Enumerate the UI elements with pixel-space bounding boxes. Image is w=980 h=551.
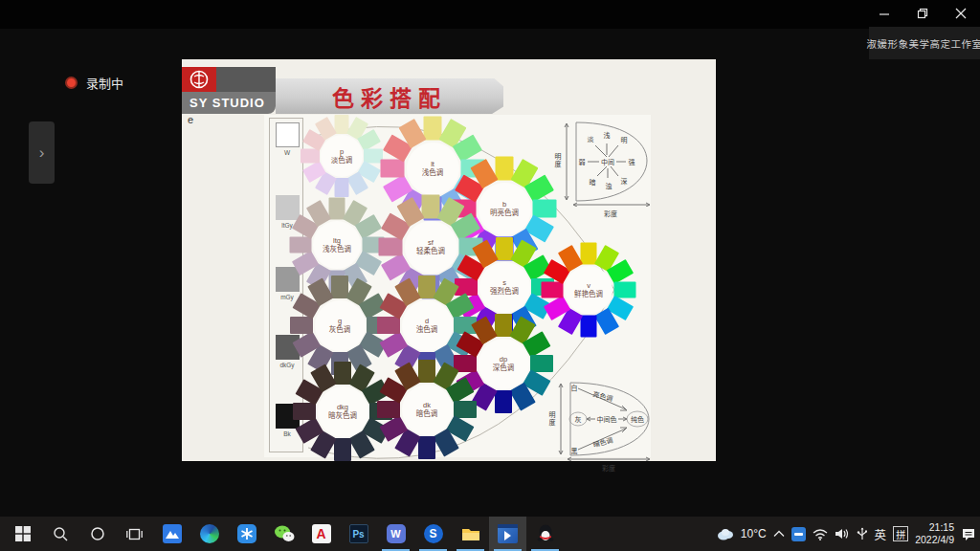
sy-logo-icon	[189, 69, 210, 90]
color-swatch	[290, 237, 312, 253]
mountain-app-button[interactable]	[153, 517, 190, 551]
tone-code: ltg	[333, 237, 341, 245]
wifi-icon	[813, 528, 828, 540]
recording-dot-icon	[65, 77, 78, 89]
tray-app-button[interactable]	[791, 527, 806, 541]
tone-term: 深	[621, 176, 628, 186]
windows-logo-icon	[15, 526, 31, 541]
tone-code: dk	[423, 402, 431, 409]
notification-center-button[interactable]	[961, 527, 976, 541]
tone-code: d	[425, 318, 429, 325]
wechat-icon	[274, 524, 295, 543]
presentation-slide: SY STUDIO 色彩搭配 e WltGymGydkGyBk p淡色调lt浅色…	[182, 59, 716, 461]
acrobat-button[interactable]: A	[302, 517, 340, 551]
sidebar-expand-handle[interactable]: ›	[29, 121, 55, 184]
tone-code: p	[340, 148, 344, 156]
films-tv-button[interactable]	[489, 517, 526, 551]
logo-banner: SY STUDIO	[182, 92, 276, 114]
tone-code: dkg	[337, 404, 348, 411]
qq-button[interactable]	[526, 517, 564, 551]
edge-button[interactable]	[190, 517, 228, 551]
axis-label-chroma: 彩度	[602, 463, 615, 473]
tone-wheel-center: v鲜艳色调	[565, 266, 612, 314]
hidden-icons-button[interactable]	[773, 530, 785, 538]
corner-char: e	[188, 114, 193, 125]
brand-logo	[182, 67, 216, 92]
axis-label-lightness: 明度	[546, 411, 556, 427]
tone-wheel-center: b明亮色调	[479, 183, 531, 235]
language-indicator[interactable]: 英	[875, 525, 887, 543]
tone-label: 暗色调	[416, 409, 438, 418]
ime-indicator[interactable]: 拼	[893, 526, 908, 541]
wechat-button[interactable]	[265, 517, 302, 551]
word-app-button[interactable]: W	[377, 517, 414, 551]
task-view-button[interactable]	[116, 517, 153, 551]
taskbar: A Ps W S	[0, 517, 980, 551]
titlebar	[0, 0, 980, 29]
weather-button[interactable]: 10°C	[716, 527, 767, 540]
axis-label-lightness: 明度	[552, 153, 562, 168]
photoshop-button[interactable]: Ps	[340, 517, 377, 551]
slide-title: 色彩搭配	[332, 80, 447, 113]
asterisk-app-button[interactable]	[228, 517, 265, 551]
tone-label: 深色调	[493, 364, 515, 372]
grayscale-swatch	[276, 267, 300, 292]
chevron-up-icon	[773, 530, 785, 538]
tone-term: 浅	[604, 130, 611, 140]
restore-icon	[917, 8, 928, 19]
file-explorer-button[interactable]	[452, 517, 489, 551]
tone-wheel-center: sf轻柔色调	[405, 221, 457, 274]
grayscale-swatch	[276, 195, 300, 220]
tone-term: 弱	[579, 157, 586, 166]
tone-code: g	[338, 318, 342, 325]
tone-term: 明	[621, 135, 628, 144]
tone-label: 浅灰色调	[323, 245, 351, 253]
grayscale-label: W	[284, 149, 290, 156]
color-swatch	[377, 401, 400, 418]
close-button[interactable]	[942, 0, 980, 27]
tone-term: 强	[629, 157, 635, 166]
tone-wheel-center: d浊色调	[402, 300, 453, 351]
volume-button[interactable]	[835, 527, 850, 540]
tone-wheel-center: dk暗色调	[402, 385, 453, 435]
recording-label: 录制中	[86, 74, 123, 92]
tray-app-icon	[791, 527, 806, 541]
minimize-button[interactable]	[865, 0, 903, 27]
color-swatch	[379, 238, 403, 256]
task-view-icon	[126, 527, 143, 541]
tone-term-center: 中间	[601, 157, 614, 166]
chevron-right-icon: ›	[39, 143, 45, 163]
tone-term-middle: 中间色	[597, 414, 617, 424]
recording-indicator: 录制中	[65, 74, 123, 92]
color-swatch	[377, 317, 400, 334]
s-browser-button[interactable]: S	[414, 517, 452, 551]
search-button[interactable]	[41, 517, 78, 551]
tone-label: 鲜艳色调	[574, 290, 603, 298]
restore-button[interactable]	[903, 0, 942, 27]
tone-wheel-center: p淡色调	[321, 135, 363, 177]
tone-label: 明亮色调	[490, 209, 519, 217]
tone-term: 暗	[590, 177, 596, 187]
grayscale-label: Bk	[283, 430, 291, 437]
clock[interactable]: 21:15 2022/4/9	[915, 521, 954, 546]
asterisk-app-icon	[237, 524, 256, 543]
network-button[interactable]	[813, 528, 828, 540]
usb-button[interactable]	[857, 527, 868, 540]
color-swatch	[418, 436, 435, 459]
cortana-button[interactable]	[78, 517, 116, 551]
color-swatch	[581, 316, 597, 338]
date-label: 2022/4/9	[915, 534, 954, 546]
edge-icon	[200, 524, 219, 543]
grayscale-swatch	[276, 122, 300, 147]
grayscale-step-W: W	[270, 122, 304, 156]
start-button[interactable]	[4, 517, 41, 551]
color-swatch	[530, 355, 553, 372]
tone-wheel-center: dkg暗灰色调	[318, 386, 368, 437]
window-controls	[865, 0, 980, 27]
minimize-icon	[879, 8, 890, 19]
tone-term-gray: 灰	[575, 414, 582, 424]
tone-code: s	[502, 279, 506, 287]
color-swatch	[533, 200, 557, 218]
tone-wheel-center: ltg浅灰色调	[313, 221, 361, 269]
speaker-icon	[835, 527, 850, 540]
